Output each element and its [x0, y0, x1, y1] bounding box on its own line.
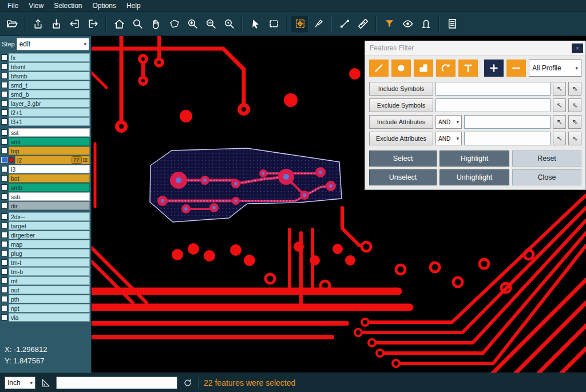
zoom-reset-icon[interactable]: [220, 15, 237, 33]
measure-line-icon[interactable]: [336, 15, 353, 33]
layer-checkbox[interactable]: [1, 166, 7, 172]
layer-checkbox[interactable]: [1, 287, 7, 293]
layer-row-l2[interactable]: l222⊞: [1, 156, 90, 164]
paint-fill-icon[interactable]: [310, 15, 327, 33]
layer-name[interactable]: dirgerber: [9, 231, 90, 239]
rect-select-icon[interactable]: [265, 15, 282, 33]
layer-row-ssb[interactable]: ssb: [1, 192, 90, 201]
line-icon[interactable]: [369, 60, 389, 77]
unit-select[interactable]: Inch ▾: [5, 377, 35, 389]
layer-checkbox[interactable]: [1, 278, 7, 284]
layer-row-out[interactable]: out: [1, 286, 90, 294]
layer-row-l2+1[interactable]: l2+1: [1, 108, 90, 117]
layer-checkbox[interactable]: [1, 82, 7, 88]
layer-name[interactable]: tm-t: [9, 258, 90, 267]
include-attributes-and-select[interactable]: AND▾: [435, 115, 462, 129]
layer-row-bfsmb[interactable]: bfsmb: [1, 72, 90, 80]
surface-icon[interactable]: [414, 60, 433, 77]
layer-checkbox[interactable]: [1, 118, 7, 125]
layer-checkbox[interactable]: [1, 148, 7, 154]
layer-name[interactable]: plug: [9, 249, 90, 258]
layer-row-plug[interactable]: plug: [1, 249, 90, 258]
select-button[interactable]: Select: [369, 151, 437, 167]
include-attributes-button[interactable]: Include Attributes: [369, 115, 433, 129]
profile-select[interactable]: All Profile ▾: [529, 60, 581, 77]
layer-checkbox[interactable]: [1, 305, 7, 311]
report-icon[interactable]: [444, 15, 461, 33]
exclude-attributes-pick-icon[interactable]: ↖: [553, 132, 566, 145]
layer-row-fx[interactable]: fx: [1, 53, 90, 62]
layer-checkbox[interactable]: [1, 259, 7, 266]
pcb-canvas[interactable]: Features Filter ×: [92, 36, 586, 373]
layer-row-via[interactable]: via: [1, 313, 90, 322]
menu-item-file[interactable]: File: [2, 1, 23, 10]
command-input[interactable]: [56, 377, 177, 389]
layer-checkbox[interactable]: [1, 241, 7, 247]
unselect-button[interactable]: Unselect: [369, 169, 437, 185]
layer-row-smt[interactable]: smt: [1, 137, 90, 146]
move-selection-icon[interactable]: [291, 15, 308, 33]
highlight-button[interactable]: Highlight: [440, 151, 509, 167]
polygon-select-icon[interactable]: [165, 15, 183, 33]
download-icon[interactable]: [47, 15, 65, 33]
import-icon[interactable]: [66, 15, 83, 33]
dialog-titlebar[interactable]: Features Filter ×: [365, 41, 585, 56]
layer-row-tm-t[interactable]: tm-t: [1, 258, 90, 267]
menu-item-selection[interactable]: Selection: [49, 1, 87, 10]
exclude-attributes-and-select[interactable]: AND▾: [435, 132, 462, 145]
layer-row-l3+1[interactable]: l3+1: [1, 117, 90, 126]
exclude-symbols-button[interactable]: Exclude Symbols: [369, 98, 433, 112]
layer-row-layer_3.gbr[interactable]: layer_3.gbr: [1, 99, 90, 108]
include-symbols-pick-add-icon[interactable]: ⇖: [568, 82, 581, 96]
exclude-attributes-input[interactable]: [464, 132, 551, 145]
pad-icon[interactable]: [391, 60, 411, 77]
layer-name[interactable]: pth: [9, 295, 90, 303]
layer-name[interactable]: out: [9, 286, 90, 294]
layer-name[interactable]: top: [9, 146, 90, 155]
layer-checkbox[interactable]: [1, 73, 7, 79]
add-icon[interactable]: [484, 60, 504, 77]
layer-row-2dir--[interactable]: 2dir--: [1, 212, 90, 221]
layer-name[interactable]: l3: [9, 165, 90, 173]
magnet-icon[interactable]: [417, 15, 434, 33]
layer-checkbox[interactable]: [1, 138, 7, 145]
include-attributes-pick-add-icon[interactable]: ⇖: [568, 115, 581, 129]
layer-checkbox[interactable]: [1, 184, 7, 191]
cursor-select-icon[interactable]: [247, 15, 264, 33]
menu-item-help[interactable]: Help: [121, 1, 146, 10]
layer-checkbox[interactable]: [1, 193, 7, 200]
layer-row-bfsmt[interactable]: bfsmt: [1, 62, 90, 71]
filter-funnel-icon[interactable]: [381, 15, 398, 33]
layer-row-smd_t[interactable]: smd_t: [1, 81, 90, 89]
layer-name[interactable]: l222⊞: [15, 156, 90, 164]
layer-checkbox[interactable]: [1, 223, 7, 229]
layer-name[interactable]: l3+1: [9, 117, 90, 126]
ruler-icon[interactable]: [354, 15, 371, 33]
close-button[interactable]: Close: [512, 169, 581, 185]
export-icon[interactable]: [84, 15, 101, 33]
layer-checkbox[interactable]: [1, 91, 7, 97]
layer-name[interactable]: l2+1: [9, 108, 90, 117]
layer-checkbox[interactable]: [1, 175, 7, 181]
include-symbols-input[interactable]: [435, 82, 551, 96]
include-attributes-pick-icon[interactable]: ↖: [553, 115, 566, 129]
pan-hand-icon[interactable]: [147, 15, 164, 33]
layer-row-mt[interactable]: mt: [1, 276, 90, 285]
layer-checkbox[interactable]: [1, 268, 7, 275]
exclude-symbols-pick-icon[interactable]: ↖: [553, 98, 566, 112]
layer-row-npt[interactable]: npt: [1, 304, 90, 312]
exclude-symbols-input[interactable]: [435, 98, 551, 112]
layer-name[interactable]: layer_3.gbr: [9, 99, 90, 108]
layer-name[interactable]: bfsmt: [9, 62, 90, 71]
zoom-out-icon[interactable]: [202, 15, 219, 33]
upload-icon[interactable]: [29, 15, 46, 33]
menu-item-options[interactable]: Options: [88, 1, 121, 10]
arc-icon[interactable]: [436, 60, 456, 77]
layer-name[interactable]: smd_t: [9, 81, 90, 89]
layer-row-map[interactable]: map: [1, 240, 90, 248]
layer-checkbox[interactable]: [1, 213, 7, 220]
layer-name[interactable]: bfsmb: [9, 72, 90, 80]
open-folder-icon[interactable]: [3, 15, 20, 33]
layer-row-smb[interactable]: smb: [1, 183, 90, 192]
refresh-icon[interactable]: [183, 378, 193, 388]
